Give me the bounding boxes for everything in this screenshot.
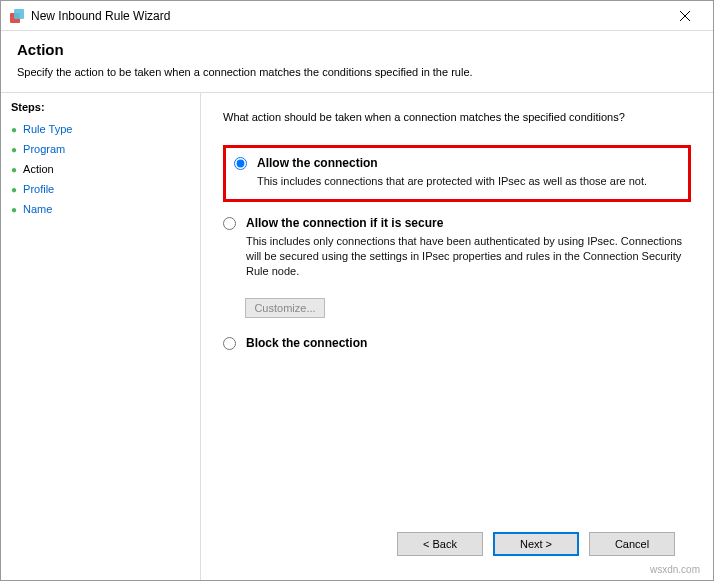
option-desc: This includes only connections that have… [246, 234, 691, 279]
next-button[interactable]: Next > [493, 532, 579, 556]
body-area: Steps: ● Rule Type ● Program ● Action ● … [1, 93, 713, 580]
bullet-icon: ● [11, 184, 17, 195]
bullet-icon: ● [11, 164, 17, 175]
header-area: Action Specify the action to be taken wh… [1, 31, 713, 93]
step-rule-type[interactable]: ● Rule Type [11, 119, 190, 139]
cancel-button[interactable]: Cancel [589, 532, 675, 556]
titlebar: New Inbound Rule Wizard [1, 1, 713, 31]
step-program[interactable]: ● Program [11, 139, 190, 159]
step-label[interactable]: Name [23, 203, 52, 215]
steps-sidebar: Steps: ● Rule Type ● Program ● Action ● … [1, 93, 201, 580]
bullet-icon: ● [11, 204, 17, 215]
step-action: ● Action [11, 159, 190, 179]
back-button[interactable]: < Back [397, 532, 483, 556]
step-name[interactable]: ● Name [11, 199, 190, 219]
wizard-window: New Inbound Rule Wizard Action Specify t… [0, 0, 714, 581]
page-title: Action [17, 41, 697, 58]
option-title: Allow the connection [257, 156, 647, 170]
option-desc: This includes connections that are prote… [257, 174, 647, 189]
footer-buttons: < Back Next > Cancel [223, 520, 691, 568]
option-title: Allow the connection if it is secure [246, 216, 691, 230]
option-block: Block the connection [223, 336, 691, 354]
window-title: New Inbound Rule Wizard [31, 9, 665, 23]
close-button[interactable] [665, 2, 705, 30]
option-title: Block the connection [246, 336, 367, 350]
radio-allow-secure[interactable] [223, 217, 236, 230]
step-label[interactable]: Rule Type [23, 123, 72, 135]
option-allow-secure: Allow the connection if it is secure Thi… [223, 216, 691, 279]
radio-allow-connection[interactable] [234, 157, 247, 170]
steps-heading: Steps: [11, 101, 190, 113]
watermark: wsxdn.com [650, 564, 700, 575]
svg-rect-1 [14, 9, 24, 19]
bullet-icon: ● [11, 124, 17, 135]
bullet-icon: ● [11, 144, 17, 155]
question-text: What action should be taken when a conne… [223, 111, 691, 123]
highlighted-option: Allow the connection This includes conne… [223, 145, 691, 202]
app-icon [9, 8, 25, 24]
step-profile[interactable]: ● Profile [11, 179, 190, 199]
step-label[interactable]: Profile [23, 183, 54, 195]
customize-button: Customize... [245, 298, 325, 318]
step-label[interactable]: Program [23, 143, 65, 155]
radio-block-connection[interactable] [223, 337, 236, 350]
step-label: Action [23, 163, 54, 175]
content-area: What action should be taken when a conne… [201, 93, 713, 580]
page-subtitle: Specify the action to be taken when a co… [17, 66, 697, 78]
